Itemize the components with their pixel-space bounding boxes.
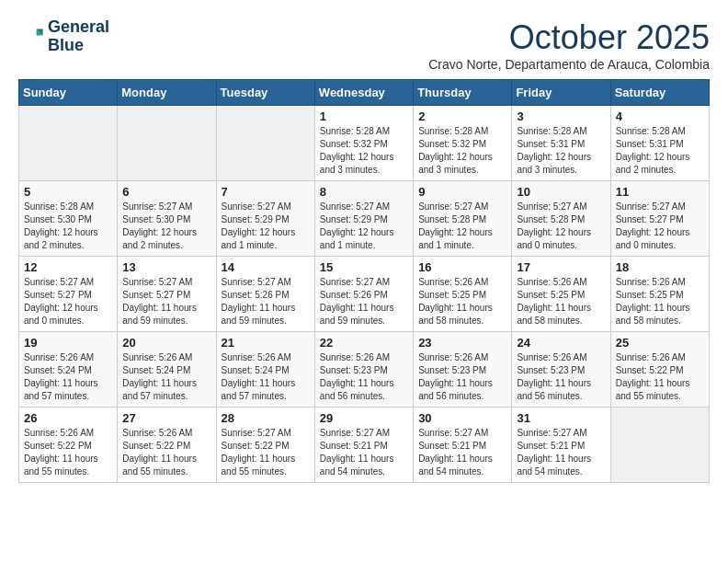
day-info: Sunrise: 5:26 AM Sunset: 5:25 PM Dayligh… [418,276,506,327]
day-info: Sunrise: 5:26 AM Sunset: 5:25 PM Dayligh… [517,276,605,327]
day-info: Sunrise: 5:27 AM Sunset: 5:28 PM Dayligh… [418,201,506,252]
day-info: Sunrise: 5:26 AM Sunset: 5:25 PM Dayligh… [616,276,704,327]
day-number: 3 [517,109,605,123]
day-info: Sunrise: 5:27 AM Sunset: 5:21 PM Dayligh… [517,427,605,478]
weekday-header-tuesday: Tuesday [216,80,314,106]
calendar-cell [216,106,314,181]
day-number: 27 [122,411,210,425]
weekday-header-friday: Friday [512,80,610,106]
day-number: 5 [24,185,112,199]
calendar-week-row: 19Sunrise: 5:26 AM Sunset: 5:24 PM Dayli… [19,332,710,408]
day-number: 25 [616,336,704,350]
calendar-cell [19,106,118,181]
calendar-cell: 26Sunrise: 5:26 AM Sunset: 5:22 PM Dayli… [19,408,118,483]
calendar-cell [610,408,709,483]
day-info: Sunrise: 5:26 AM Sunset: 5:24 PM Dayligh… [24,351,112,403]
weekday-header-saturday: Saturday [610,80,709,106]
calendar-cell: 31Sunrise: 5:27 AM Sunset: 5:21 PM Dayli… [512,408,610,483]
day-info: Sunrise: 5:28 AM Sunset: 5:31 PM Dayligh… [517,125,605,177]
day-number: 16 [418,260,506,274]
day-number: 22 [320,336,408,350]
calendar-cell: 22Sunrise: 5:26 AM Sunset: 5:23 PM Dayli… [314,332,413,408]
day-info: Sunrise: 5:27 AM Sunset: 5:26 PM Dayligh… [320,276,408,327]
calendar-week-row: 1Sunrise: 5:28 AM Sunset: 5:32 PM Daylig… [19,106,710,181]
calendar-cell: 27Sunrise: 5:26 AM Sunset: 5:22 PM Dayli… [118,408,216,483]
day-number: 31 [517,411,605,425]
page-header: General Blue October 2025 Cravo Norte, D… [18,18,710,72]
day-number: 15 [320,260,408,274]
day-info: Sunrise: 5:27 AM Sunset: 5:21 PM Dayligh… [418,427,506,478]
weekday-header-row: SundayMondayTuesdayWednesdayThursdayFrid… [19,80,710,106]
day-info: Sunrise: 5:26 AM Sunset: 5:24 PM Dayligh… [122,351,210,403]
day-number: 8 [320,185,408,199]
day-info: Sunrise: 5:27 AM Sunset: 5:28 PM Dayligh… [517,201,605,252]
day-number: 29 [320,411,408,425]
weekday-header-sunday: Sunday [19,80,118,106]
day-number: 18 [616,260,704,274]
calendar-cell: 10Sunrise: 5:27 AM Sunset: 5:28 PM Dayli… [512,181,610,257]
day-number: 21 [222,336,310,350]
day-info: Sunrise: 5:27 AM Sunset: 5:21 PM Dayligh… [320,427,408,478]
calendar-cell: 1Sunrise: 5:28 AM Sunset: 5:32 PM Daylig… [314,106,413,181]
day-info: Sunrise: 5:27 AM Sunset: 5:27 PM Dayligh… [616,201,704,252]
calendar-cell [118,106,216,181]
calendar-cell: 21Sunrise: 5:26 AM Sunset: 5:24 PM Dayli… [216,332,314,408]
day-info: Sunrise: 5:27 AM Sunset: 5:27 PM Dayligh… [24,276,112,327]
calendar-cell: 15Sunrise: 5:27 AM Sunset: 5:26 PM Dayli… [314,257,413,332]
calendar-cell: 14Sunrise: 5:27 AM Sunset: 5:26 PM Dayli… [216,257,314,332]
calendar-cell: 7Sunrise: 5:27 AM Sunset: 5:29 PM Daylig… [216,181,314,257]
calendar-cell: 17Sunrise: 5:26 AM Sunset: 5:25 PM Dayli… [512,257,610,332]
day-number: 14 [222,260,310,274]
calendar-cell: 13Sunrise: 5:27 AM Sunset: 5:27 PM Dayli… [118,257,216,332]
day-info: Sunrise: 5:26 AM Sunset: 5:22 PM Dayligh… [122,427,210,478]
location-subtitle: Cravo Norte, Departamento de Arauca, Col… [428,57,710,72]
calendar-cell: 5Sunrise: 5:28 AM Sunset: 5:30 PM Daylig… [19,181,118,257]
calendar-cell: 6Sunrise: 5:27 AM Sunset: 5:30 PM Daylig… [118,181,216,257]
weekday-header-wednesday: Wednesday [314,80,413,106]
day-info: Sunrise: 5:26 AM Sunset: 5:23 PM Dayligh… [517,351,605,403]
calendar-week-row: 5Sunrise: 5:28 AM Sunset: 5:30 PM Daylig… [19,181,710,257]
day-number: 6 [122,185,210,199]
day-info: Sunrise: 5:27 AM Sunset: 5:29 PM Dayligh… [222,201,310,252]
calendar-cell: 19Sunrise: 5:26 AM Sunset: 5:24 PM Dayli… [19,332,118,408]
day-info: Sunrise: 5:27 AM Sunset: 5:26 PM Dayligh… [222,276,310,327]
calendar-cell: 3Sunrise: 5:28 AM Sunset: 5:31 PM Daylig… [512,106,610,181]
calendar-cell: 2Sunrise: 5:28 AM Sunset: 5:32 PM Daylig… [414,106,512,181]
calendar-week-row: 12Sunrise: 5:27 AM Sunset: 5:27 PM Dayli… [19,257,710,332]
day-info: Sunrise: 5:27 AM Sunset: 5:27 PM Dayligh… [122,276,210,327]
title-area: October 2025 Cravo Norte, Departamento d… [428,18,710,72]
day-number: 10 [517,185,605,199]
logo: General Blue [18,18,109,55]
day-number: 17 [517,260,605,274]
calendar-table: SundayMondayTuesdayWednesdayThursdayFrid… [18,79,710,483]
month-title: October 2025 [428,18,710,57]
calendar-cell: 8Sunrise: 5:27 AM Sunset: 5:29 PM Daylig… [314,181,413,257]
day-info: Sunrise: 5:26 AM Sunset: 5:24 PM Dayligh… [222,351,310,403]
day-number: 9 [418,185,506,199]
calendar-week-row: 26Sunrise: 5:26 AM Sunset: 5:22 PM Dayli… [19,408,710,483]
day-info: Sunrise: 5:28 AM Sunset: 5:31 PM Dayligh… [616,125,704,177]
calendar-cell: 23Sunrise: 5:26 AM Sunset: 5:23 PM Dayli… [414,332,512,408]
day-number: 23 [418,336,506,350]
day-number: 30 [418,411,506,425]
calendar-cell: 16Sunrise: 5:26 AM Sunset: 5:25 PM Dayli… [414,257,512,332]
day-info: Sunrise: 5:26 AM Sunset: 5:23 PM Dayligh… [320,351,408,403]
weekday-header-thursday: Thursday [414,80,512,106]
weekday-header-monday: Monday [118,80,216,106]
day-number: 28 [222,411,310,425]
calendar-cell: 24Sunrise: 5:26 AM Sunset: 5:23 PM Dayli… [512,332,610,408]
day-number: 24 [517,336,605,350]
day-number: 26 [24,411,112,425]
day-number: 2 [418,109,506,123]
day-number: 7 [222,185,310,199]
calendar-cell: 9Sunrise: 5:27 AM Sunset: 5:28 PM Daylig… [414,181,512,257]
day-number: 11 [616,185,704,199]
calendar-cell: 20Sunrise: 5:26 AM Sunset: 5:24 PM Dayli… [118,332,216,408]
calendar-cell: 12Sunrise: 5:27 AM Sunset: 5:27 PM Dayli… [19,257,118,332]
day-number: 12 [24,260,112,274]
calendar-cell: 11Sunrise: 5:27 AM Sunset: 5:27 PM Dayli… [610,181,709,257]
day-number: 1 [320,109,408,123]
calendar-cell: 25Sunrise: 5:26 AM Sunset: 5:22 PM Dayli… [610,332,709,408]
day-number: 19 [24,336,112,350]
calendar-cell: 4Sunrise: 5:28 AM Sunset: 5:31 PM Daylig… [610,106,709,181]
